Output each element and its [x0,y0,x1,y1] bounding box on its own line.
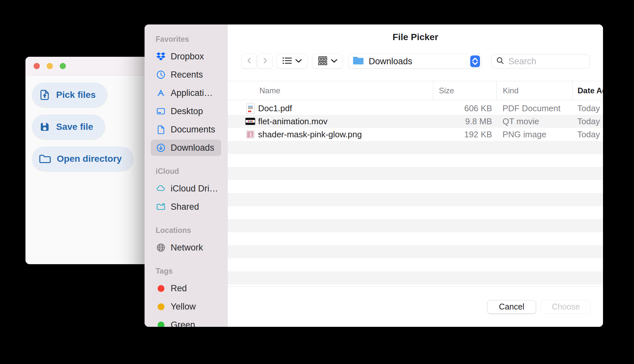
location-stepper-icon[interactable] [470,55,480,67]
globe-icon [156,243,166,252]
file-date-added: Today [572,116,603,127]
sidebar-item-desktop[interactable]: Desktop [151,103,221,119]
download-circle-icon [156,143,166,153]
list-view-icon [282,56,292,66]
column-header-size[interactable]: Size [433,81,496,100]
sidebar-item-label: Network [171,243,203,253]
sidebar-item-label: Green [171,320,195,327]
sidebar-item-documents[interactable]: Documents [151,121,221,138]
file-size: 606 KB [433,103,496,114]
list-view-button[interactable] [277,54,307,68]
toolbar: Downloads [228,54,603,68]
sidebar-item-shared[interactable]: Shared [151,199,221,215]
choose-button[interactable]: Choose [541,300,591,314]
png-file-icon [245,130,255,139]
app-window: Pick files Save file Open directory [25,57,149,264]
app-store-icon [156,88,166,98]
save-file-label: Save file [56,122,93,132]
file-picker-dialog: Favorites Dropbox Recents Applicati… [145,24,603,327]
list-header: Name Size Kind Date Added [228,81,603,100]
dialog-title: File Picker [393,32,438,54]
mov-file-icon [245,118,255,125]
sidebar-item-downloads[interactable]: Downloads [151,140,221,156]
sidebar-item-applications[interactable]: Applicati… [151,85,221,101]
dialog-content: File Picker Downloads [228,24,603,327]
sidebar-item-label: Red [171,283,187,294]
sidebar-section-title: Favorites [156,35,228,44]
sidebar-item-dropbox[interactable]: Dropbox [151,48,221,65]
file-size: 9.8 MB [433,116,496,127]
sidebar-item-label: Downloads [171,143,214,153]
pick-files-button[interactable]: Pick files [32,83,107,107]
file-name: shader-mask-pink-glow.png [258,129,362,140]
chevron-down-icon [295,58,302,64]
file-size: 192 KB [433,129,496,140]
sidebar-item-tag-yellow[interactable]: Yellow [151,298,221,315]
chevron-left-icon [246,57,253,66]
sidebar-section-tags: Tags Red Yellow Green [145,267,228,327]
pick-files-label: Pick files [56,90,96,100]
sidebar-item-network[interactable]: Network [151,239,221,256]
sidebar-section-favorites: Favorites Dropbox Recents Applicati… [145,35,228,156]
forward-button[interactable] [257,54,272,68]
sidebar-item-label: Applicati… [171,88,213,98]
zoom-window-button[interactable] [60,63,66,69]
chevron-down-icon [331,58,337,64]
group-view-icon [318,56,328,67]
sidebar-item-icloud-drive[interactable]: iCloud Dri… [151,180,221,197]
clock-icon [156,70,166,80]
sidebar-section-locations: Locations Network [145,226,228,256]
sidebar-section-icloud: iCloud iCloud Dri… Shared [145,167,228,215]
sidebar-item-label: Documents [171,125,215,135]
dialog-footer: Cancel Choose [228,286,603,327]
sidebar-item-label: Recents [171,70,203,80]
desktop-icon [156,106,166,116]
pdf-file-icon [245,103,255,114]
chevron-right-icon [261,57,269,66]
group-view-button[interactable] [312,54,343,68]
sidebar: Favorites Dropbox Recents Applicati… [145,24,228,327]
cancel-button[interactable]: Cancel [487,300,536,314]
search-field[interactable] [491,54,590,68]
search-icon [496,56,504,66]
file-kind: QT movie [496,116,572,127]
file-list: Doc1.pdf 606 KB PDF Document Today flet-… [228,102,603,286]
back-button[interactable] [241,54,257,68]
open-directory-button[interactable]: Open directory [32,146,133,171]
sidebar-item-label: Shared [171,202,199,212]
file-kind: PNG image [496,129,572,140]
column-header-date-added[interactable]: Date Added [572,81,603,100]
location-dropdown[interactable]: Downloads [348,54,481,68]
column-header-name[interactable]: Name [228,81,433,100]
sidebar-item-label: iCloud Dri… [171,184,218,194]
red-tag-icon [156,283,166,293]
file-name: Doc1.pdf [258,103,292,114]
sidebar-item-tag-green[interactable]: Green [151,317,221,327]
column-header-kind[interactable]: Kind [496,81,572,100]
folder-icon [352,56,364,67]
dropbox-icon [156,52,166,61]
save-file-button[interactable]: Save file [32,114,105,139]
sidebar-section-title: Locations [156,226,228,235]
sidebar-item-tag-red[interactable]: Red [151,280,221,296]
minimize-window-button[interactable] [47,63,53,69]
green-tag-icon [156,320,166,327]
file-row-shader-mask-pink-glow-png[interactable]: shader-mask-pink-glow.png 192 KB PNG ima… [228,128,603,141]
close-window-button[interactable] [34,63,40,69]
file-row-flet-animation-mov[interactable]: flet-animation.mov 9.8 MB QT movie Today [228,115,603,128]
open-directory-label: Open directory [57,154,122,164]
shared-folder-icon [156,202,166,212]
file-row-doc1-pdf[interactable]: Doc1.pdf 606 KB PDF Document Today [228,102,603,115]
app-body: Pick files Save file Open directory [25,75,149,171]
sidebar-item-label: Dropbox [171,52,204,62]
sidebar-item-label: Desktop [171,106,203,116]
document-icon [156,125,166,134]
yellow-tag-icon [156,302,166,311]
open-folder-icon [39,153,51,165]
sidebar-item-recents[interactable]: Recents [151,67,221,83]
search-input[interactable] [508,56,584,67]
file-kind: PDF Document [496,103,572,114]
save-icon [39,121,51,133]
sidebar-section-title: Tags [156,267,228,276]
dialog-titlebar: File Picker [228,24,603,54]
